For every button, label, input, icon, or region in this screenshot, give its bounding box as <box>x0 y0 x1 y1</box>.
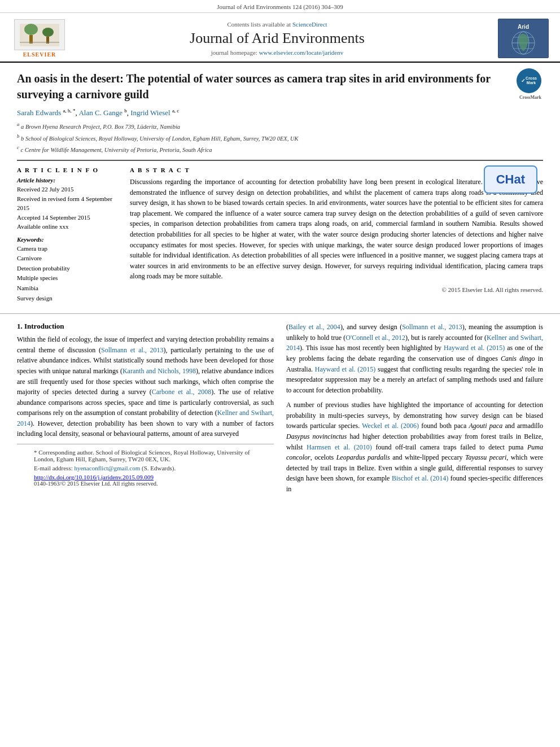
ref-bischof2014[interactable]: Bischof et al. (2014) <box>392 474 448 482</box>
svg-point-1 <box>24 24 38 35</box>
journal-title: Journal of Arid Environments <box>68 30 487 47</box>
journal-top-bar: Journal of Arid Environments 124 (2016) … <box>0 0 560 13</box>
main-content: 1. Introduction Within the field of ecol… <box>0 313 560 505</box>
affiliation-b: b b School of Biological Sciences, Royal… <box>17 133 543 143</box>
arid-logo-container: Arid <box>487 19 549 58</box>
ref-kellner2014b[interactable]: Kellner and Swihart, 2014 <box>286 334 543 352</box>
abstract-text: Discussions regarding the importance of … <box>130 177 543 282</box>
authors-line: Sarah Edwards a, b, *, Alan C. Gange b, … <box>17 108 543 117</box>
ref-hayward2015b[interactable]: Hayward et al. (2015) <box>315 365 376 373</box>
article-info-column: A R T I C L E I N F O Article history: R… <box>17 167 119 308</box>
received-date: Received 22 July 2015 <box>17 185 119 194</box>
info-columns: A R T I C L E I N F O Article history: R… <box>17 167 543 308</box>
page-footer: * Corresponding author. School of Biolog… <box>17 444 274 490</box>
keywords-list: Camera trap Carnivore Detection probabil… <box>17 244 119 304</box>
right-para-1: (Bailey et al., 2004), and survey design… <box>286 322 543 395</box>
contents-line: Contents lists available at ScienceDirec… <box>68 21 487 28</box>
keyword-1: Camera trap <box>17 244 119 254</box>
crossmark-container: ✓CrossMark CrossMark <box>515 71 543 99</box>
journal-header: ELSEVIER Contents lists available at Sci… <box>0 13 560 63</box>
intro-para-1: Within the field of ecology, the issue o… <box>17 334 274 439</box>
article-body: An oasis in the desert: The potential of… <box>0 63 560 313</box>
svg-text:Arid: Arid <box>518 24 529 30</box>
homepage-link[interactable]: www.elsevier.com/locate/jaridenv <box>259 49 344 56</box>
doi-anchor[interactable]: http://dx.doi.org/10.1016/j.jaridenv.201… <box>34 474 154 480</box>
keyword-2: Carnivore <box>17 254 119 264</box>
history-label: Article history: <box>17 177 119 184</box>
footnote-email: E-mail address: hyenaconflict@gmail.com … <box>34 465 257 471</box>
keywords-section: Keywords: Camera trap Carnivore Detectio… <box>17 236 119 304</box>
arid-logo: Arid <box>498 19 549 58</box>
affiliations: a a Brown Hyena Research Project, P.O. B… <box>17 121 543 154</box>
journal-citation: Journal of Arid Environments 124 (2016) … <box>217 3 343 10</box>
two-col-content: 1. Introduction Within the field of ecol… <box>17 322 543 499</box>
ref-oconnell2012[interactable]: O'Connell et al., 2012 <box>345 334 405 342</box>
keyword-4: Multiple species <box>17 273 119 283</box>
left-column: 1. Introduction Within the field of ecol… <box>17 322 274 499</box>
ref-sollmann2013b[interactable]: Sollmann et al., 2013 <box>402 323 462 331</box>
copyright-line: © 2015 Elsevier Ltd. All rights reserved… <box>130 286 543 293</box>
revised-date: Received in revised form 4 September 201… <box>17 194 119 213</box>
keywords-label: Keywords: <box>17 236 119 243</box>
sciencedirect-link[interactable]: ScienceDirect <box>292 21 327 28</box>
homepage-line: journal homepage: www.elsevier.com/locat… <box>68 49 487 56</box>
accepted-date: Accepted 14 September 2015 <box>17 213 119 222</box>
elsevier-logo: ELSEVIER <box>11 19 68 58</box>
elsevier-logo-image <box>14 19 65 50</box>
right-para-2: A number of previous studies have highli… <box>286 400 543 494</box>
article-title-text: An oasis in the desert: The potential of… <box>17 72 491 101</box>
affiliation-a: a a Brown Hyena Research Project, P.O. B… <box>17 121 543 131</box>
issn-line: 0140-1963/© 2015 Elsevier Ltd. All right… <box>34 480 257 487</box>
ref-weckel2006[interactable]: Weckel et al. (2006) <box>362 422 419 430</box>
doi-link: http://dx.doi.org/10.1016/j.jaridenv.201… <box>34 474 257 480</box>
ref-hayward2015[interactable]: Hayward et al. (2015) <box>444 344 505 352</box>
chat-badge[interactable]: CHat <box>484 165 537 194</box>
email-link[interactable]: hyenaconflict@gmail.com <box>74 465 140 471</box>
footnote-corresponding: * Corresponding author. School of Biolog… <box>34 449 257 462</box>
article-history: Article history: Received 22 July 2015 R… <box>17 177 119 231</box>
article-title-container: An oasis in the desert: The potential of… <box>17 71 543 102</box>
crossmark-label: CrossMark <box>517 94 541 101</box>
keyword-5: Namibia <box>17 283 119 294</box>
right-column: (Bailey et al., 2004), and survey design… <box>286 322 543 499</box>
ref-kellner2014[interactable]: Kellner and Swihart, 2014 <box>17 409 274 427</box>
author-edwards[interactable]: Sarah Edwards <box>17 108 61 117</box>
svg-point-3 <box>42 28 54 37</box>
online-date: Available online xxx <box>17 222 119 231</box>
intro-heading: 1. Introduction <box>17 322 274 331</box>
abstract-title: A B S T R A C T <box>130 167 543 173</box>
ref-karanth1998[interactable]: Karanth and Nichols, 1998 <box>123 367 196 375</box>
ref-bailey2004[interactable]: Bailey et al., 2004 <box>288 323 340 331</box>
author-gange[interactable]: Alan C. Gange <box>78 108 123 117</box>
keyword-6: Survey design <box>17 294 119 304</box>
author-wiesel[interactable]: Ingrid Wiesel <box>130 108 170 117</box>
elsevier-text: ELSEVIER <box>23 51 56 58</box>
ref-carbone2008[interactable]: Carbone et al., 2008 <box>152 388 211 396</box>
article-info-title: A R T I C L E I N F O <box>17 167 119 173</box>
ref-harmsen2010[interactable]: Harmsen et al. (2010) <box>307 443 372 451</box>
affiliation-c: c c Centre for Wildlife Management, Univ… <box>17 144 543 154</box>
keyword-3: Detection probability <box>17 264 119 274</box>
header-divider <box>17 160 543 161</box>
ref-sollmann2013[interactable]: Sollmann et al., 2013 <box>101 346 164 354</box>
crossmark-badge: ✓CrossMark <box>517 68 541 93</box>
journal-center-info: Contents lists available at ScienceDirec… <box>68 21 487 56</box>
abstract-column: A B S T R A C T Discussions regarding th… <box>130 167 543 308</box>
